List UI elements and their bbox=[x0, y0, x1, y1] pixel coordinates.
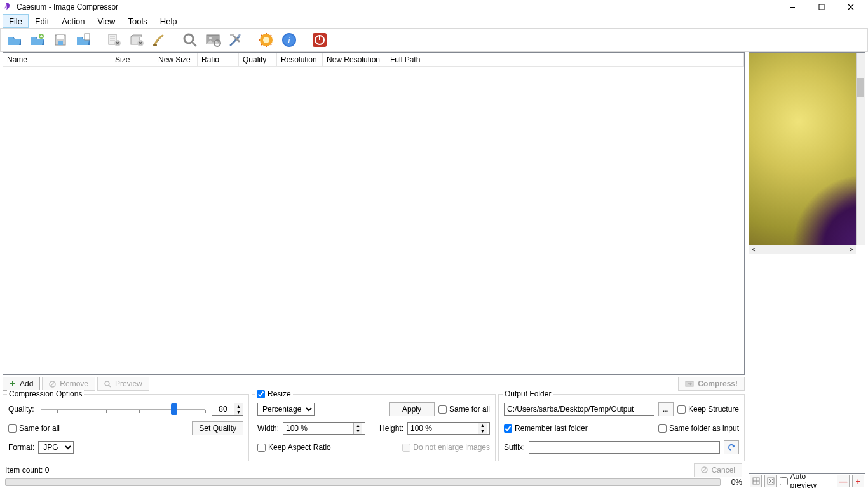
clear-list-button[interactable] bbox=[126, 30, 147, 50]
width-spin-up[interactable]: ▲ bbox=[354, 423, 362, 428]
browse-button[interactable]: ... bbox=[658, 402, 674, 416]
resize-apply-button[interactable]: Apply bbox=[389, 402, 435, 416]
fit-window-button[interactable] bbox=[750, 475, 762, 487]
compression-same-for-all-checkbox[interactable] bbox=[8, 424, 17, 433]
remove-item-button[interactable] bbox=[104, 30, 124, 50]
file-list[interactable]: Name Size New Size Ratio Quality Resolut… bbox=[3, 52, 745, 375]
menu-view[interactable]: View bbox=[92, 14, 122, 28]
col-size[interactable]: Size bbox=[111, 53, 154, 66]
window-minimize-button[interactable] bbox=[778, 0, 807, 14]
col-ratio[interactable]: Ratio bbox=[198, 53, 239, 66]
menu-edit[interactable]: Edit bbox=[29, 14, 55, 28]
compress-button[interactable]: Compress! bbox=[678, 377, 745, 391]
menu-file[interactable]: File bbox=[3, 14, 29, 28]
width-input[interactable] bbox=[283, 423, 353, 434]
menu-action[interactable]: Action bbox=[55, 14, 91, 28]
donate-button[interactable] bbox=[256, 30, 276, 50]
zoom-in-button[interactable]: + bbox=[852, 475, 864, 487]
auto-preview-checkbox[interactable] bbox=[780, 477, 788, 485]
format-label: Format: bbox=[8, 443, 34, 452]
quality-slider[interactable] bbox=[38, 403, 208, 416]
width-spinbox[interactable]: ▲▼ bbox=[283, 422, 365, 435]
resize-toggle[interactable]: Resize bbox=[257, 390, 291, 398]
keep-aspect-ratio[interactable]: Keep Aspect Ratio bbox=[257, 443, 331, 452]
remember-last-folder[interactable]: Remember last folder bbox=[504, 424, 588, 433]
titlebar: Caesium - Image Compressor bbox=[0, 0, 868, 14]
forbid-icon bbox=[49, 381, 56, 388]
remove-button[interactable]: Remove bbox=[42, 377, 95, 391]
svg-rect-0 bbox=[790, 7, 795, 8]
exit-button[interactable] bbox=[309, 30, 330, 50]
output-path-input[interactable] bbox=[504, 403, 654, 416]
col-fullpath[interactable]: Full Path bbox=[386, 53, 744, 66]
progress-bar bbox=[5, 478, 721, 486]
quality-spinbox[interactable]: ▲▼ bbox=[212, 403, 243, 416]
quality-spin-up[interactable]: ▲ bbox=[234, 403, 243, 409]
open-list-button[interactable] bbox=[73, 30, 93, 50]
save-list-button[interactable] bbox=[50, 30, 71, 50]
add-button[interactable]: Add bbox=[3, 377, 40, 391]
format-select[interactable]: JPG bbox=[38, 441, 74, 454]
set-quality-button[interactable]: Set Quality bbox=[192, 421, 243, 435]
svg-point-11 bbox=[153, 44, 157, 46]
menu-tools[interactable]: Tools bbox=[121, 14, 153, 28]
quality-input[interactable] bbox=[212, 403, 234, 415]
hscroll-left-arrow[interactable]: < bbox=[749, 245, 758, 254]
window-maximize-button[interactable] bbox=[807, 0, 836, 14]
preview-original-vscroll[interactable] bbox=[856, 53, 865, 245]
col-resolution[interactable]: Resolution bbox=[277, 53, 323, 66]
actual-size-button[interactable] bbox=[764, 475, 776, 487]
compression-same-for-all[interactable]: Same for all bbox=[8, 424, 60, 433]
hscroll-right-arrow[interactable]: > bbox=[847, 245, 856, 254]
add-button-label: Add bbox=[20, 379, 33, 388]
col-newresolution[interactable]: New Resolution bbox=[323, 53, 386, 66]
resize-panel: Resize Percentage Apply Same for all Wid… bbox=[252, 394, 496, 461]
preview-compressed-pane[interactable] bbox=[749, 257, 865, 474]
brush-button[interactable] bbox=[149, 30, 170, 50]
preview-button-small[interactable]: Preview bbox=[97, 377, 149, 391]
svg-rect-24 bbox=[319, 35, 320, 40]
height-spin-up[interactable]: ▲ bbox=[478, 423, 487, 428]
preview-original-image[interactable] bbox=[749, 53, 856, 245]
cancel-button-label: Cancel bbox=[712, 466, 735, 475]
suffix-reset-button[interactable] bbox=[724, 440, 739, 454]
progress-row: 0% bbox=[3, 477, 745, 488]
about-button[interactable]: i bbox=[279, 30, 299, 50]
compression-panel: Compression Options Quality: ▲▼ bbox=[3, 394, 249, 461]
height-input[interactable] bbox=[408, 423, 478, 434]
resize-mode-select[interactable]: Percentage bbox=[257, 403, 315, 416]
resize-same-for-all[interactable]: Same for all bbox=[438, 405, 490, 414]
auto-preview[interactable]: Auto preview bbox=[780, 472, 832, 488]
file-list-body[interactable] bbox=[3, 67, 744, 374]
resize-toggle-checkbox[interactable] bbox=[257, 390, 265, 398]
width-spin-down[interactable]: ▼ bbox=[354, 428, 362, 434]
menu-help[interactable]: Help bbox=[154, 14, 184, 28]
zoom-out-button[interactable]: — bbox=[837, 475, 849, 487]
quality-spin-down[interactable]: ▼ bbox=[234, 409, 243, 415]
open-folder-button[interactable] bbox=[27, 30, 48, 50]
output-panel: Output Folder ... Keep Structure Remembe… bbox=[498, 394, 745, 461]
height-spinbox[interactable]: ▲▼ bbox=[407, 422, 490, 435]
cancel-button[interactable]: Cancel bbox=[694, 463, 742, 477]
open-files-button[interactable] bbox=[4, 30, 25, 50]
preview-original-hscroll[interactable]: < > bbox=[749, 245, 856, 254]
same-folder-as-input-checkbox[interactable] bbox=[658, 424, 667, 433]
undo-icon bbox=[727, 443, 736, 452]
keep-aspect-ratio-checkbox[interactable] bbox=[257, 444, 266, 452]
keep-structure[interactable]: Keep Structure bbox=[677, 405, 739, 414]
col-quality[interactable]: Quality bbox=[239, 53, 277, 66]
window-close-button[interactable] bbox=[836, 0, 865, 14]
same-folder-as-input[interactable]: Same folder as input bbox=[658, 424, 739, 433]
svg-point-14 bbox=[209, 37, 212, 39]
preview-image-button[interactable] bbox=[203, 30, 223, 50]
col-newsize[interactable]: New Size bbox=[154, 53, 198, 66]
resize-same-for-all-checkbox[interactable] bbox=[438, 405, 447, 414]
col-name[interactable]: Name bbox=[3, 53, 111, 66]
settings-button[interactable] bbox=[226, 30, 246, 50]
keep-structure-checkbox[interactable] bbox=[677, 405, 686, 414]
height-spin-down[interactable]: ▼ bbox=[478, 428, 487, 434]
remember-last-folder-checkbox[interactable] bbox=[504, 424, 512, 433]
preview-button[interactable] bbox=[180, 30, 200, 50]
output-panel-title: Output Folder bbox=[503, 390, 553, 398]
suffix-input[interactable] bbox=[529, 441, 720, 454]
